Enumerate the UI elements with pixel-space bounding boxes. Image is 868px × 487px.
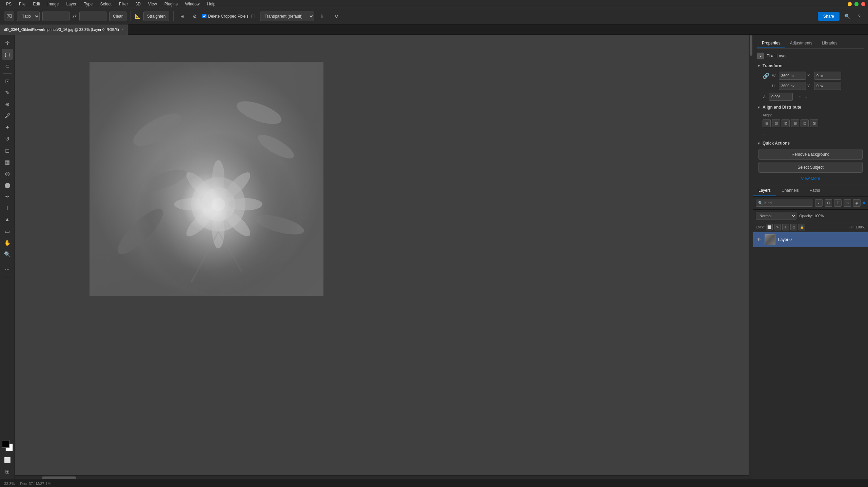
settings-icon[interactable]: ⚙ (190, 12, 199, 21)
shape-tool[interactable]: ▭ (2, 226, 13, 237)
layer-visibility-toggle[interactable]: 👁 (756, 237, 762, 243)
align-left-btn[interactable]: ⊟ (763, 119, 771, 127)
lock-position-btn[interactable]: ✛ (782, 224, 789, 230)
zoom-tool[interactable]: 🔍 (2, 249, 13, 260)
tab-libraries[interactable]: Libraries (817, 39, 842, 48)
filter-pixel-btn[interactable]: ▪ (815, 199, 823, 207)
remove-background-button[interactable]: Remove Background (758, 149, 863, 160)
search-icon[interactable]: 🔍 (842, 12, 852, 21)
quick-actions-header[interactable]: ▼ Quick Actions (757, 141, 864, 146)
ratio-height-input[interactable] (79, 12, 106, 21)
menu-file[interactable]: File (16, 1, 29, 7)
filter-type-btn[interactable]: T (834, 199, 842, 207)
menu-help[interactable]: Help (204, 1, 219, 7)
dodge-tool[interactable]: ⬤ (2, 180, 13, 190)
swap-icon[interactable]: ⇄ (72, 13, 77, 19)
canvas-hscrollbar[interactable] (15, 475, 749, 480)
eraser-tool[interactable]: ◻ (2, 145, 13, 156)
filter-smart-btn[interactable]: ◈ (853, 199, 861, 207)
gradient-tool[interactable]: ▦ (2, 156, 13, 167)
color-swatches[interactable] (2, 440, 13, 451)
eyedropper-tool[interactable]: ✎ (2, 87, 13, 98)
tab-adjustments[interactable]: Adjustments (785, 39, 817, 48)
history-brush-tool[interactable]: ↺ (2, 133, 13, 144)
minimize-button[interactable] (848, 2, 852, 6)
close-button[interactable] (861, 2, 865, 6)
share-button[interactable]: Share (818, 12, 840, 21)
straighten-button[interactable]: Straighten (143, 12, 170, 21)
align-section-header[interactable]: ▼ Align and Distribute (757, 105, 864, 110)
filter-adjust-btn[interactable]: ⚙ (825, 199, 832, 207)
align-right-btn[interactable]: ⊠ (782, 119, 790, 127)
spot-heal-tool[interactable]: ⊕ (2, 99, 13, 110)
lock-transparent-btn[interactable]: ⬜ (766, 224, 773, 230)
brush-tool[interactable]: 🖌 (2, 110, 13, 121)
blur-tool[interactable]: ◎ (2, 168, 13, 179)
lock-pixels-btn[interactable]: ✎ (774, 224, 781, 230)
flip-v-icon[interactable]: ↕ (805, 94, 807, 99)
menu-image[interactable]: Image (44, 1, 62, 7)
lasso-tool[interactable]: ⊂ (2, 60, 13, 71)
history-icon[interactable]: ↺ (332, 12, 341, 21)
document-tab[interactable]: dD_3364_GildedFlowerImprintsV3_16.jpg @ … (0, 24, 128, 35)
menu-3d[interactable]: 3D (132, 1, 144, 7)
ratio-width-input[interactable] (42, 12, 70, 21)
y-input[interactable] (814, 82, 841, 90)
layer-0-item[interactable]: 👁 Layer 0 (753, 232, 868, 247)
tab-channels[interactable]: Channels (776, 185, 804, 196)
x-input[interactable] (814, 72, 841, 80)
ratio-select[interactable]: Ratio (17, 12, 40, 21)
quick-mask-tool[interactable]: ⬜ (2, 454, 13, 465)
move-tool[interactable]: ✛ (2, 37, 13, 48)
menu-layer[interactable]: Layer (63, 1, 80, 7)
blend-mode-select[interactable]: Normal (756, 212, 796, 220)
align-bottom-btn[interactable]: ⊠ (810, 119, 818, 127)
tab-layers[interactable]: Layers (753, 185, 776, 196)
tab-paths[interactable]: Paths (804, 185, 826, 196)
type-tool[interactable]: T (2, 203, 13, 213)
clear-button[interactable]: Clear (109, 12, 126, 21)
delete-cropped-checkbox[interactable] (202, 14, 206, 18)
align-top-btn[interactable]: ⊟ (791, 119, 799, 127)
path-select-tool[interactable]: ▲ (2, 214, 13, 225)
menu-type[interactable]: Type (80, 1, 96, 7)
align-more-btn[interactable]: ··· (763, 131, 768, 137)
opacity-value[interactable]: 100% (814, 214, 824, 218)
crop-tool-icon[interactable]: ⌧ (4, 11, 14, 21)
menu-plugins[interactable]: Plugins (161, 1, 181, 7)
hscroll-thumb[interactable] (42, 476, 76, 479)
hand-tool[interactable]: ✋ (2, 237, 13, 248)
flip-h-icon[interactable]: ↔ (798, 94, 802, 99)
selection-tool[interactable]: ▢ (2, 49, 13, 60)
tab-close-button[interactable]: × (122, 27, 124, 31)
canvas-vscrollbar[interactable] (749, 35, 753, 480)
menu-filter[interactable]: Filter (116, 1, 132, 7)
height-input[interactable] (779, 82, 806, 90)
lock-all-btn[interactable]: 🔒 (798, 224, 805, 230)
screen-mode-tool[interactable]: ⊞ (2, 466, 13, 477)
layers-search-input[interactable] (764, 201, 781, 205)
pen-tool[interactable]: ✒ (2, 191, 13, 202)
menu-select[interactable]: Select (97, 1, 115, 7)
canvas-image[interactable] (90, 62, 323, 296)
menu-window[interactable]: Window (182, 1, 203, 7)
link-icon[interactable]: 🔗 (763, 73, 769, 79)
filter-shape-btn[interactable]: ▭ (844, 199, 851, 207)
foreground-color-swatch[interactable] (2, 440, 9, 448)
view-more-link[interactable]: View More (758, 176, 863, 181)
tab-properties[interactable]: Properties (757, 39, 785, 48)
angle-input[interactable] (769, 93, 793, 101)
info-icon[interactable]: ℹ (317, 12, 327, 21)
lock-artboards-btn[interactable]: ⊡ (790, 224, 797, 230)
menu-ps[interactable]: PS (3, 1, 15, 7)
delete-cropped-label[interactable]: Delete Cropped Pixels (202, 14, 248, 19)
grid-icon[interactable]: ⊞ (178, 12, 187, 21)
crop-tool[interactable]: ⊡ (2, 76, 13, 87)
menu-view[interactable]: View (145, 1, 160, 7)
help-icon[interactable]: ? (854, 12, 864, 21)
fill-select[interactable]: Transparent (default) (260, 12, 314, 21)
width-input[interactable] (779, 72, 806, 80)
transform-section-header[interactable]: ▼ Transform (757, 63, 864, 68)
vscroll-thumb[interactable] (750, 35, 752, 56)
clone-tool[interactable]: ✦ (2, 122, 13, 133)
